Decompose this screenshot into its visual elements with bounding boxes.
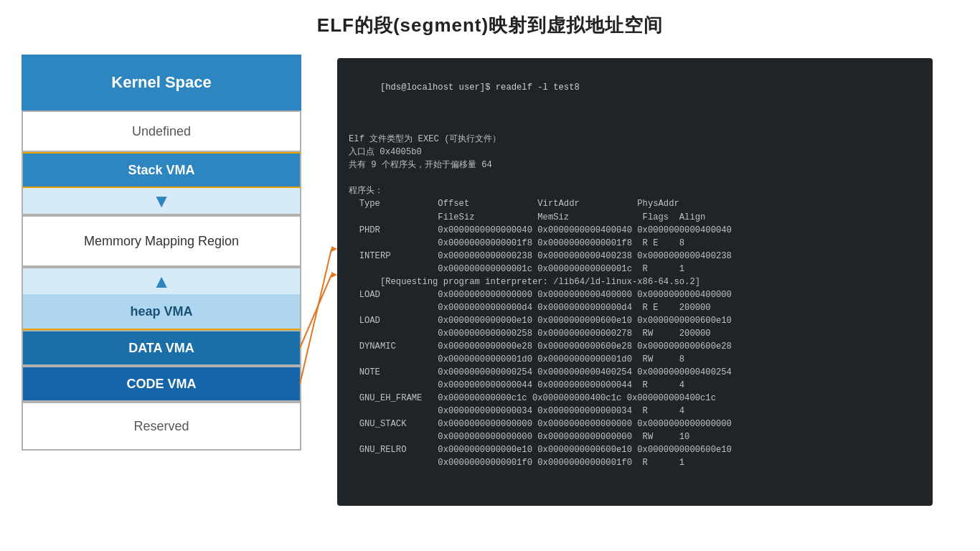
memory-diagram: Kernel Space Undefined Stack VMA ▼ Memmo… bbox=[22, 55, 301, 451]
block-mmap-region: Memmory Mapping Region bbox=[22, 215, 301, 267]
block-heap-arrow: ▲ bbox=[22, 267, 301, 294]
block-undefined: Undefined bbox=[22, 110, 301, 152]
block-heap-vma: heap VMA bbox=[22, 294, 301, 330]
block-data-vma: DATA VMA bbox=[22, 330, 301, 366]
page-title: ELF的段(segment)映射到虚拟地址空间 bbox=[0, 0, 980, 51]
terminal-content: Elf 文件类型为 EXEC (可执行文件） 入口点 0x4005b0 共有 9… bbox=[349, 107, 921, 469]
terminal-prompt: [hds@localhost user]$ readelf -l test8 bbox=[380, 83, 580, 93]
page-container: ELF的段(segment)映射到虚拟地址空间 Kernel Space Und… bbox=[0, 0, 980, 551]
block-stack-vma: Stack VMA bbox=[22, 152, 301, 188]
content-area: Kernel Space Undefined Stack VMA ▼ Memmo… bbox=[0, 51, 980, 506]
terminal-panel: [hds@localhost user]$ readelf -l test8 E… bbox=[337, 58, 933, 506]
block-stack-arrow: ▼ bbox=[22, 188, 301, 215]
block-reserved: Reserved bbox=[22, 402, 301, 451]
block-kernel-space: Kernel Space bbox=[22, 55, 301, 110]
heap-up-arrow-icon: ▲ bbox=[152, 270, 171, 293]
stack-down-arrow-icon: ▼ bbox=[152, 190, 171, 212]
block-code-vma: CODE VMA bbox=[22, 366, 301, 402]
